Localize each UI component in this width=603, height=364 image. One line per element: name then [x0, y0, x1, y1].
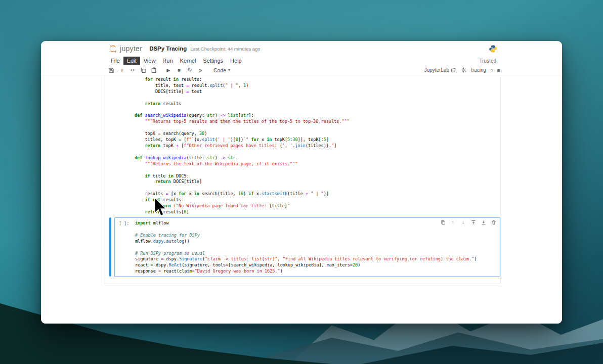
- menu-file[interactable]: File: [107, 57, 123, 65]
- move-cell-up-button[interactable]: ↑: [450, 219, 456, 225]
- cell-prompt: [ ]:: [119, 221, 129, 226]
- insert-cell-above-button[interactable]: [470, 219, 476, 225]
- cell-type-dropdown[interactable]: Code ▾: [213, 67, 230, 73]
- menubar: File Edit View Run Kernel Settings Help …: [41, 56, 562, 65]
- duplicate-icon: [441, 220, 446, 225]
- jupyter-logo[interactable]: jupyter: [109, 44, 142, 53]
- settings-gear-button[interactable]: [460, 67, 467, 74]
- restart-kernel-button[interactable]: ↻: [186, 67, 193, 74]
- notebook-page: for result in results: title, text = res…: [105, 76, 501, 284]
- trash-icon: [491, 220, 496, 225]
- menu-view[interactable]: View: [140, 57, 159, 65]
- save-button[interactable]: [108, 67, 115, 74]
- interrupt-kernel-button[interactable]: ■: [176, 67, 183, 74]
- add-cell-button[interactable]: +: [118, 67, 125, 74]
- cut-cell-button[interactable]: ✂: [129, 67, 136, 74]
- trusted-badge[interactable]: Trusted: [479, 58, 496, 64]
- chevron-down-icon: ▾: [228, 68, 230, 72]
- titlebar: jupyter DSPy Tracing Last Checkpoint: 44…: [41, 41, 562, 56]
- jupyter-logo-icon: [109, 44, 117, 53]
- python-logo-icon: [489, 44, 497, 53]
- move-cell-down-button[interactable]: ↓: [460, 219, 466, 225]
- insert-above-icon: [471, 220, 476, 225]
- paste-icon: [151, 67, 157, 73]
- document-title-group: DSPy Tracing Last Checkpoint: 44 minutes…: [149, 46, 261, 52]
- cell-type-value: Code: [213, 67, 226, 73]
- desktop-background: jupyter DSPy Tracing Last Checkpoint: 44…: [0, 0, 603, 364]
- paste-cell-button[interactable]: [150, 67, 157, 74]
- external-link-icon: [451, 68, 456, 73]
- duplicate-cell-button[interactable]: [440, 219, 446, 225]
- cell-collapser-bar[interactable]: [109, 217, 111, 277]
- jupyter-notebook-window: jupyter DSPy Tracing Last Checkpoint: 44…: [41, 41, 562, 324]
- code-editor-1[interactable]: for result in results: title, text = res…: [135, 77, 350, 215]
- cell-toolbar: ↑ ↓: [440, 219, 496, 225]
- copy-cell-button[interactable]: [140, 67, 147, 74]
- jupyterlab-label: JupyterLab: [424, 67, 449, 73]
- notebook-scroll-area[interactable]: for result in results: title, text = res…: [41, 76, 562, 324]
- code-editor-2[interactable]: import mlflow # Enable tracing for DSPym…: [135, 220, 477, 275]
- notebook-title[interactable]: DSPy Tracing: [149, 46, 187, 52]
- insert-cell-below-button[interactable]: [481, 219, 486, 225]
- menu-run[interactable]: Run: [159, 57, 176, 65]
- menu-settings[interactable]: Settings: [199, 57, 227, 65]
- checkpoint-label: Last Checkpoint: 44 minutes ago: [190, 46, 260, 52]
- open-in-jupyterlab-link[interactable]: JupyterLab: [424, 67, 456, 73]
- notebook-toolbar: + ✂ ▶ ■ ↻ » Code ▾ J: [41, 65, 562, 75]
- toolbar-right-group: JupyterLab tracing ○ ≡: [424, 67, 500, 74]
- restart-run-all-button[interactable]: »: [197, 67, 204, 74]
- menu-kernel[interactable]: Kernel: [177, 57, 200, 65]
- code-cell-2[interactable]: [ ]: import mlflow # Enable tracing for …: [109, 217, 500, 277]
- menu-help[interactable]: Help: [227, 57, 245, 65]
- gear-icon: [461, 67, 466, 73]
- kernel-name-button[interactable]: tracing: [471, 67, 486, 73]
- save-icon: [108, 67, 114, 73]
- run-cell-button[interactable]: ▶: [165, 67, 172, 74]
- copy-icon: [140, 67, 146, 73]
- cell-input-area[interactable]: [ ]: import mlflow # Enable tracing for …: [114, 217, 500, 277]
- delete-cell-button[interactable]: [491, 219, 496, 225]
- brand-text: jupyter: [120, 44, 142, 53]
- insert-below-icon: [481, 220, 486, 225]
- kernel-status-icon[interactable]: ○: [490, 68, 493, 73]
- menu-edit[interactable]: Edit: [123, 57, 140, 65]
- view-menu-icon[interactable]: ≡: [497, 67, 500, 73]
